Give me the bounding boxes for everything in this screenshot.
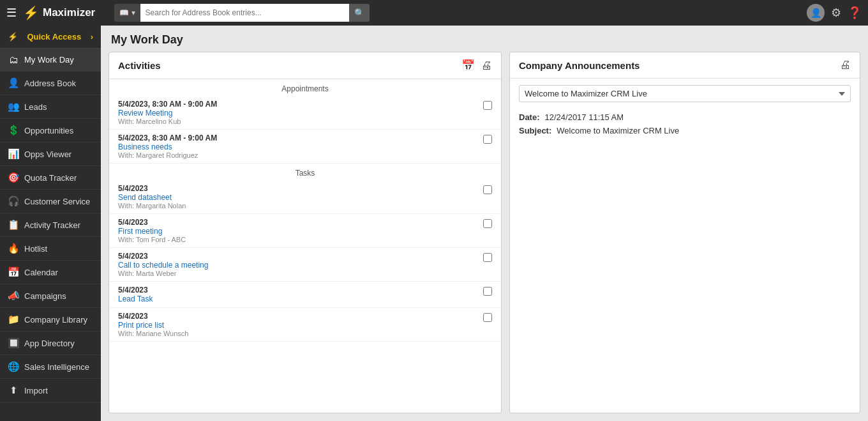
task-title-2[interactable]: Call to schedule a meeting <box>118 261 478 270</box>
task-title-4[interactable]: Print price list <box>118 321 478 330</box>
sidebar: ⚡ Quick Access › 🗂 My Work Day 👤 Address… <box>0 26 101 421</box>
search-button[interactable]: 🔍 <box>349 4 370 22</box>
customer-service-icon: 🎧 <box>8 195 19 207</box>
announcements-panel-body: Welcome to Maximizer CRM Live Date: 12/2… <box>510 79 860 413</box>
sidebar-item-address-book[interactable]: 👤 Address Book <box>0 72 101 95</box>
search-input[interactable] <box>140 4 350 22</box>
sales-intelligence-icon: 🌐 <box>8 361 19 372</box>
task-date-1: 5/4/2023 <box>118 218 478 227</box>
task-title-3[interactable]: Lead Task <box>118 295 478 303</box>
sidebar-label-hotlist: Hotlist <box>24 244 47 254</box>
task-checkbox-1[interactable] <box>483 219 492 228</box>
appointment-checkbox-0[interactable] <box>483 101 492 110</box>
appointment-title-1[interactable]: Business needs <box>118 142 478 151</box>
task-content-2: 5/4/2023 Call to schedule a meeting With… <box>118 252 478 277</box>
task-with-4: With: Mariane Wunsch <box>118 330 478 337</box>
main-layout: ⚡ Quick Access › 🗂 My Work Day 👤 Address… <box>0 26 868 421</box>
sidebar-item-sales-intelligence[interactable]: 🌐 Sales Intelligence <box>0 355 101 379</box>
work-day-icon: 🗂 <box>8 54 19 65</box>
opportunities-icon: 💲 <box>8 125 19 136</box>
sidebar-label-app-directory: App Directory <box>24 339 75 348</box>
calendar-icon: 📅 <box>8 266 19 278</box>
appointment-checkbox-1[interactable] <box>483 135 492 144</box>
search-book-dropdown-button[interactable]: 📖 ▾ <box>114 4 140 22</box>
announcements-header-icons: 🖨 <box>840 59 851 72</box>
task-item: 5/4/2023 Print price list With: Mariane … <box>109 308 501 342</box>
task-with-2: With: Marta Weber <box>118 270 478 277</box>
main-content: My Work Day Activities 📅 🖨 Appointments … <box>101 26 868 421</box>
sidebar-item-company-library[interactable]: 📁 Company Library <box>0 308 101 332</box>
sidebar-item-campaigns[interactable]: 📣 Campaigns <box>0 284 101 308</box>
sidebar-label-calendar: Calendar <box>24 268 58 277</box>
campaigns-icon: 📣 <box>8 290 19 302</box>
sidebar-item-hotlist[interactable]: 🔥 Hotlist <box>0 237 101 261</box>
quick-access-arrow-icon: › <box>91 32 93 42</box>
task-checkbox-4[interactable] <box>483 313 492 322</box>
help-icon[interactable]: ❓ <box>848 6 862 20</box>
appointments-section-label: Appointments <box>109 79 501 96</box>
appointment-with-1: With: Margaret Rodriguez <box>118 151 478 159</box>
sidebar-label-import: Import <box>24 386 48 395</box>
leads-icon: 👥 <box>8 101 19 112</box>
task-checkbox-3[interactable] <box>483 287 492 296</box>
sidebar-item-customer-service[interactable]: 🎧 Customer Service <box>0 190 101 213</box>
sidebar-item-activity-tracker[interactable]: 📋 Activity Tracker <box>0 213 101 237</box>
print-icon[interactable]: 🖨 <box>481 59 492 72</box>
search-area: 📖 ▾ 🔍 <box>114 4 370 22</box>
announcement-dropdown[interactable]: Welcome to Maximizer CRM Live <box>519 85 851 102</box>
announcements-panel: Company Announcements 🖨 Welcome to Maxim… <box>509 52 860 413</box>
sidebar-item-quota-tracker[interactable]: 🎯 Quota Tracker <box>0 166 101 190</box>
task-checkbox-0[interactable] <box>483 185 492 194</box>
app-directory-icon: 🔲 <box>8 337 19 349</box>
sidebar-item-leads[interactable]: 👥 Leads <box>0 95 101 119</box>
activity-tracker-icon: 📋 <box>8 219 19 231</box>
activities-panel-header: Activities 📅 🖨 <box>109 52 501 79</box>
task-content-1: 5/4/2023 First meeting With: Tom Ford - … <box>118 218 478 243</box>
sidebar-item-calendar[interactable]: 📅 Calendar <box>0 261 101 284</box>
logo-bolt-icon: ⚡ <box>23 5 39 20</box>
announcements-print-icon[interactable]: 🖨 <box>840 59 851 72</box>
sidebar-label-leads: Leads <box>24 102 47 112</box>
task-with-0: With: Margarita Nolan <box>118 202 478 210</box>
sidebar-label-company-library: Company Library <box>24 315 87 325</box>
sidebar-label-quota-tracker: Quota Tracker <box>24 173 77 183</box>
subject-label: Subject: <box>519 126 551 135</box>
sidebar-label-opportunities: Opportunities <box>24 126 73 135</box>
task-content-0: 5/4/2023 Send datasheet With: Margarita … <box>118 184 478 210</box>
sidebar-item-import[interactable]: ⬆ Import <box>0 379 101 402</box>
sidebar-label-sales-intelligence: Sales Intelligence <box>24 362 89 372</box>
subject-value: Welcome to Maximizer CRM Live <box>557 126 679 135</box>
task-title-0[interactable]: Send datasheet <box>118 193 478 202</box>
import-icon: ⬆ <box>8 385 19 396</box>
task-content-4: 5/4/2023 Print price list With: Mariane … <box>118 312 478 337</box>
task-checkbox-2[interactable] <box>483 253 492 262</box>
calendar-icon[interactable]: 📅 <box>461 59 475 72</box>
sidebar-item-opportunities[interactable]: 💲 Opportunities <box>0 119 101 142</box>
date-value: 12/24/2017 11:15 AM <box>545 112 624 122</box>
quick-access-label: Quick Access <box>27 32 81 42</box>
activities-panel-title: Activities <box>118 60 161 71</box>
announcement-subject-row: Subject: Welcome to Maximizer CRM Live <box>519 126 851 135</box>
sidebar-item-app-directory[interactable]: 🔲 App Directory <box>0 332 101 355</box>
sidebar-item-work-day[interactable]: 🗂 My Work Day <box>0 49 101 72</box>
announcement-details: Date: 12/24/2017 11:15 AM Subject: Welco… <box>510 109 860 143</box>
settings-icon[interactable]: ⚙ <box>831 6 841 20</box>
logo-text: Maximizer <box>43 6 95 19</box>
sidebar-label-work-day: My Work Day <box>24 55 74 65</box>
quick-access-bolt-icon: ⚡ <box>8 32 18 42</box>
hotlist-icon: 🔥 <box>8 243 19 254</box>
company-library-icon: 📁 <box>8 314 19 325</box>
quick-access-button[interactable]: ⚡ Quick Access › <box>0 26 101 49</box>
task-title-1[interactable]: First meeting <box>118 227 478 236</box>
date-label: Date: <box>519 112 540 122</box>
hamburger-icon[interactable]: ☰ <box>6 6 17 20</box>
task-with-1: With: Tom Ford - ABC <box>118 236 478 243</box>
sidebar-item-opps-viewer[interactable]: 📊 Opps Viewer <box>0 142 101 166</box>
avatar[interactable]: 👤 <box>807 4 825 22</box>
top-navigation: ☰ ⚡ Maximizer 📖 ▾ 🔍 👤 ⚙ ❓ <box>0 0 868 26</box>
quota-tracker-icon: 🎯 <box>8 172 19 183</box>
appointment-title-0[interactable]: Review Meeting <box>118 109 478 118</box>
panels-row: Activities 📅 🖨 Appointments 5/4/2023, 8:… <box>101 52 868 421</box>
task-date-0: 5/4/2023 <box>118 184 478 193</box>
appointment-date-1: 5/4/2023, 8:30 AM - 9:00 AM <box>118 134 478 142</box>
